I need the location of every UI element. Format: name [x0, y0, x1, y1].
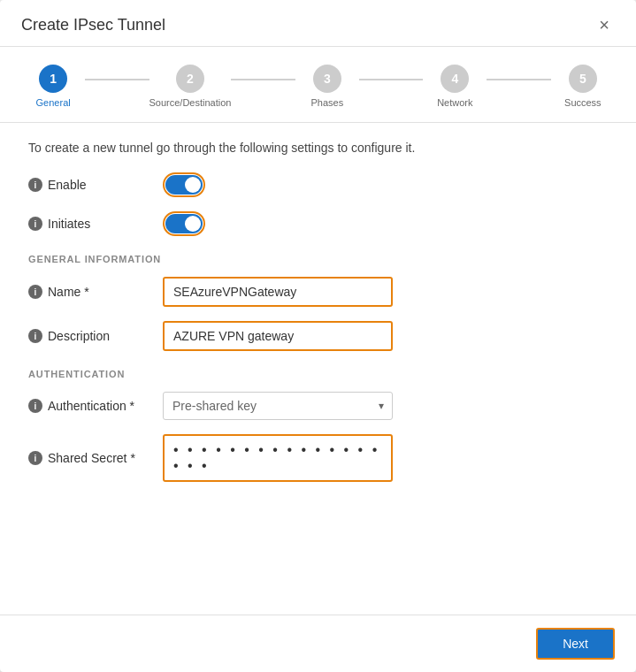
step-source-destination: 2 Source/Destination	[149, 65, 232, 108]
shared-secret-input-display[interactable]: • • • • • • • • • • • • • • • • • •	[163, 434, 393, 482]
auth-select[interactable]: Pre-shared key	[163, 392, 393, 420]
step-4-circle: 4	[441, 65, 469, 93]
step-1-circle: 1	[39, 65, 67, 93]
shared-secret-info-icon[interactable]: i	[28, 451, 42, 465]
connector-4-5	[487, 79, 550, 80]
authentication-row: i Authentication * Pre-shared key ▾	[28, 392, 608, 420]
shared-secret-row: i Shared Secret * • • • • • • • • • • • …	[28, 434, 608, 482]
step-3-label: Phases	[310, 97, 343, 108]
auth-label-group: i Authentication *	[28, 399, 152, 413]
enable-label-group: i Enable	[28, 178, 152, 192]
shared-secret-label: Shared Secret *	[48, 451, 135, 465]
step-4-label: Network	[437, 97, 472, 108]
name-row: i Name *	[28, 277, 608, 307]
connector-3-4	[359, 79, 423, 80]
dialog-header: Create IPsec Tunnel ×	[0, 0, 636, 47]
name-label-group: i Name *	[28, 285, 152, 299]
auth-info-icon[interactable]: i	[28, 399, 42, 413]
description-info-icon[interactable]: i	[28, 329, 42, 343]
create-ipsec-tunnel-dialog: Create IPsec Tunnel × 1 General 2 Source…	[0, 0, 636, 672]
name-info-icon[interactable]: i	[28, 285, 42, 299]
connector-1-2	[85, 79, 149, 80]
description-input[interactable]	[163, 321, 393, 351]
step-5-label: Success	[564, 97, 602, 108]
initiates-toggle[interactable]	[165, 214, 203, 233]
initiates-toggle-wrapper[interactable]	[163, 211, 205, 236]
enable-info-icon[interactable]: i	[28, 178, 42, 192]
description-label-group: i Description	[28, 329, 152, 343]
close-button[interactable]: ×	[594, 14, 615, 35]
dialog-content: To create a new tunnel go through the fo…	[0, 123, 636, 615]
name-input[interactable]	[163, 277, 393, 307]
step-general: 1 General	[21, 65, 85, 108]
step-1-label: General	[36, 97, 71, 108]
close-icon: ×	[599, 15, 609, 34]
description-row: i Description	[28, 321, 608, 351]
initiates-row: i Initiates	[28, 211, 608, 236]
auth-label: Authentication *	[48, 399, 134, 413]
connector-2-3	[231, 79, 295, 80]
next-button[interactable]: Next	[536, 628, 615, 660]
step-success: 5 Success	[551, 65, 615, 108]
step-network: 4 Network	[423, 65, 487, 108]
stepper: 1 General 2 Source/Destination 3 Phases …	[0, 47, 636, 123]
step-3-circle: 3	[313, 65, 341, 93]
initiates-info-icon[interactable]: i	[28, 217, 42, 231]
dialog-title: Create IPsec Tunnel	[21, 16, 165, 34]
general-info-heading: GENERAL INFORMATION	[28, 254, 608, 264]
step-5-circle: 5	[569, 65, 597, 93]
description-label: Description	[48, 329, 110, 343]
auth-select-wrapper: Pre-shared key ▾	[163, 392, 393, 420]
next-label: Next	[563, 637, 588, 651]
enable-label: Enable	[48, 178, 87, 192]
step-phases: 3 Phases	[295, 65, 359, 108]
enable-toggle-wrapper[interactable]	[163, 172, 205, 197]
auth-heading: AUTHENTICATION	[28, 369, 608, 379]
shared-secret-label-group: i Shared Secret *	[28, 451, 152, 465]
enable-toggle[interactable]	[165, 175, 203, 195]
step-2-circle: 2	[176, 65, 204, 93]
dialog-footer: Next	[0, 615, 636, 672]
intro-text: To create a new tunnel go through the fo…	[28, 141, 608, 155]
initiates-label-group: i Initiates	[28, 217, 152, 231]
enable-row: i Enable	[28, 172, 608, 197]
step-2-label: Source/Destination	[149, 97, 232, 108]
name-label: Name *	[48, 285, 89, 299]
initiates-label: Initiates	[48, 217, 90, 231]
